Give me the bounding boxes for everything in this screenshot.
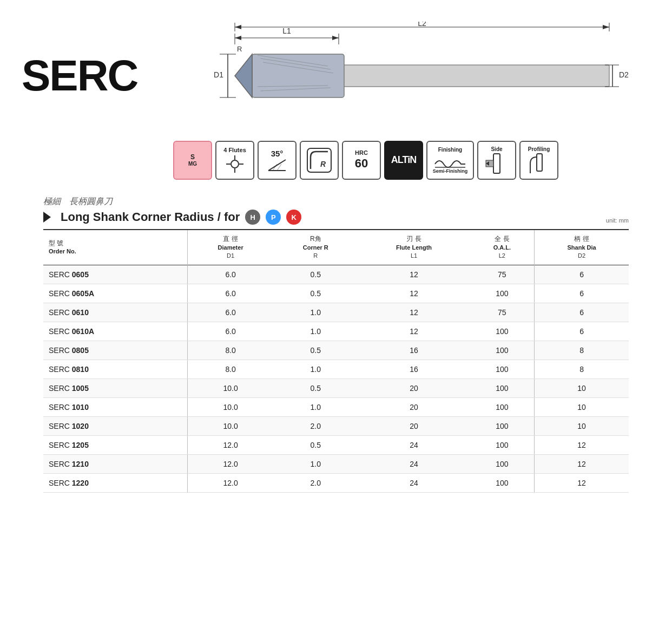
cell-l2: 100 [470,454,535,473]
cell-l2: 100 [470,473,535,492]
col-header-l2: 全 長 O.A.L. L2 [470,230,535,265]
svg-text:R: R [237,45,242,53]
cell-l1: 12 [358,265,470,284]
cell-l2: 75 [470,265,535,284]
col-header-order: 型 號 Order No. [43,230,188,265]
cell-l1: 12 [358,303,470,322]
cell-l2: 100 [470,322,535,341]
cell-order: SERC 1210 [43,454,188,473]
svg-text:D2: D2 [619,70,629,79]
cell-l1: 24 [358,435,470,454]
col-header-l1: 刃 長 Flute Length L1 [358,230,470,265]
circle-h-badge: H [245,210,260,225]
cell-d2: 10 [535,416,629,435]
cell-d1: 8.0 [188,360,273,378]
badge-finishing: Finishing Semi-Finishing [426,141,474,180]
technical-diagram: D1 D2 L1 L2 R [168,22,650,130]
cell-order: SERC 0610A [43,322,188,341]
col-header-d2: 柄 徑 Shank Dia D2 [535,230,629,265]
cell-d1: 10.0 [188,397,273,416]
cell-l2: 100 [470,341,535,360]
table-row: SERC 120512.00.52410012 [43,435,629,454]
svg-rect-41 [493,154,500,173]
cell-d1: 10.0 [188,378,273,397]
cell-l2: 100 [470,435,535,454]
cell-order: SERC 1005 [43,378,188,397]
cell-r: 0.5 [273,284,358,303]
arrow-icon [43,212,51,223]
svg-text:L1: L1 [282,27,291,35]
cell-d1: 6.0 [188,265,273,284]
cell-l2: 100 [470,284,535,303]
table-body: SERC 06056.00.512756SERC 0605A6.00.51210… [43,265,629,492]
cell-l1: 16 [358,360,470,378]
badge-smg: S MG [173,141,212,180]
table-row: SERC 122012.02.02410012 [43,473,629,492]
table-row: SERC 0610A6.01.0121006 [43,322,629,341]
table-row: SERC 0605A6.00.5121006 [43,284,629,303]
col-header-d1: 直 徑 Diameter D1 [188,230,273,265]
cell-d2: 6 [535,284,629,303]
cell-r: 1.0 [273,303,358,322]
cell-l1: 24 [358,473,470,492]
cell-l1: 20 [358,378,470,397]
circle-p-badge: P [266,210,281,225]
badge-35deg: 35° [258,141,297,180]
cell-l2: 100 [470,378,535,397]
side-icon [485,153,509,174]
cell-r: 1.0 [273,360,358,378]
svg-point-29 [231,160,239,168]
cell-d2: 6 [535,303,629,322]
table-section: 極細 長柄圓鼻刀 Long Shank Corner Radius / for … [43,196,629,493]
table-row: SERC 08108.01.0161008 [43,360,629,378]
cell-order: SERC 1010 [43,397,188,416]
cell-r: 1.0 [273,322,358,341]
cell-l1: 12 [358,322,470,341]
product-table: 型 號 Order No. 直 徑 Diameter D1 R角 Corner … [43,229,629,493]
badges-row: S MG 4 Flutes 35° R HRC [173,141,650,180]
svg-marker-26 [603,25,609,29]
cell-d1: 10.0 [188,416,273,435]
col-header-r: R角 Corner R R [273,230,358,265]
cell-d1: 12.0 [188,454,273,473]
circle-k-badge: K [286,210,301,225]
badge-side: Side [477,141,516,180]
svg-marker-20 [332,36,339,40]
svg-rect-0 [333,65,609,87]
cell-l2: 100 [470,360,535,378]
cell-d2: 6 [535,265,629,284]
table-row: SERC 06106.01.012756 [43,303,629,322]
badge-corner-r: R [300,141,339,180]
cell-l1: 24 [358,454,470,473]
badge-4flutes: 4 Flutes [215,141,254,180]
table-row: SERC 121012.01.02410012 [43,454,629,473]
svg-marker-25 [235,25,241,29]
badge-profiling: Profiling [519,141,558,180]
header-row: 型 號 Order No. 直 徑 Diameter D1 R角 Corner … [43,230,629,265]
cell-order: SERC 0810 [43,360,188,378]
4flutes-icon [225,154,245,174]
table-row: SERC 08058.00.5161008 [43,341,629,360]
cell-r: 0.5 [273,265,358,284]
cell-d2: 8 [535,341,629,360]
cell-order: SERC 0610 [43,303,188,322]
cell-order: SERC 0605 [43,265,188,284]
table-row: SERC 101010.01.02010010 [43,397,629,416]
cell-d1: 6.0 [188,322,273,341]
badge-altin: ALTiN [384,141,423,180]
cell-l1: 12 [358,284,470,303]
product-logo: SERC [22,51,151,101]
table-row: SERC 100510.00.52010010 [43,378,629,397]
svg-marker-19 [235,36,241,40]
cell-l2: 100 [470,416,535,435]
top-section: SERC D1 D2 [22,22,650,130]
svg-text:L2: L2 [418,22,426,28]
cell-r: 2.0 [273,416,358,435]
cell-l2: 75 [470,303,535,322]
cell-order: SERC 1020 [43,416,188,435]
cell-r: 2.0 [273,473,358,492]
table-row: SERC 06056.00.512756 [43,265,629,284]
cell-order: SERC 1205 [43,435,188,454]
cell-d1: 8.0 [188,341,273,360]
cell-r: 0.5 [273,341,358,360]
